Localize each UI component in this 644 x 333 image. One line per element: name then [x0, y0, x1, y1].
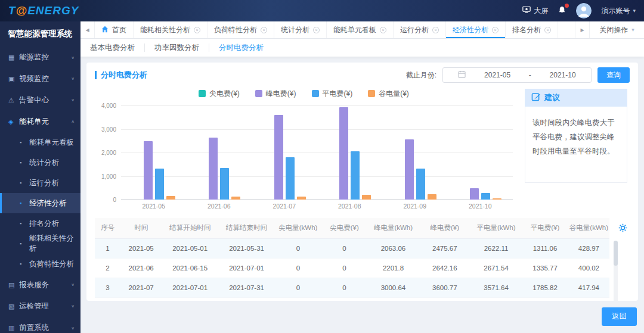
bar-group: [187, 105, 252, 200]
tab-6[interactable]: 经济性分析×: [446, 21, 506, 38]
legend-item[interactable]: 平电费(¥): [312, 89, 353, 99]
column-header[interactable]: 结算开始时间: [162, 218, 218, 238]
close-operations-dropdown[interactable]: 关闭操作 ▾: [589, 21, 644, 38]
big-screen-button[interactable]: 大屏: [522, 6, 548, 16]
gear-icon[interactable]: [618, 223, 627, 235]
table-scrollbar[interactable]: [614, 241, 618, 301]
close-icon[interactable]: ×: [194, 27, 200, 33]
tab-3[interactable]: 统计分析×: [274, 21, 327, 38]
column-header[interactable]: 谷电量(kWh): [568, 218, 609, 238]
chevron-down-icon: ∨: [71, 325, 75, 329]
table-row[interactable]: 42021-082021-08-012021-08-31003278.53933…: [95, 297, 609, 301]
submenu-bullet-icon: ▪: [20, 180, 29, 186]
table-cell: 1: [95, 238, 120, 258]
sidebar-item-1[interactable]: ▣视频监控∨: [0, 68, 80, 89]
column-header[interactable]: 序号: [95, 218, 120, 238]
column-header[interactable]: 峰电量(kWh): [367, 218, 419, 238]
tab-7[interactable]: 排名分析×: [506, 21, 558, 38]
back-button[interactable]: 返回: [602, 307, 637, 326]
chart-bar[interactable]: [155, 169, 164, 200]
chart-bar[interactable]: [362, 195, 371, 200]
chart-bar[interactable]: [405, 139, 414, 200]
sidebar-item-0[interactable]: ▦能源监控∨: [0, 46, 80, 68]
subtab-1[interactable]: 功率因数分析: [144, 43, 209, 52]
chart-bar[interactable]: [297, 197, 306, 200]
table-cell: 2201.8: [367, 258, 419, 278]
tab-1[interactable]: 能耗相关性分析×: [134, 21, 208, 38]
sidebar-subitem[interactable]: ▪经济性分析: [0, 193, 80, 213]
chart-bar[interactable]: [351, 151, 360, 200]
query-button[interactable]: 查询: [597, 67, 630, 83]
chart-bar[interactable]: [166, 196, 175, 200]
sidebar-subitem[interactable]: ▪负荷特性分析: [0, 254, 80, 274]
chart-bar[interactable]: [209, 138, 218, 200]
sidebar-item-6[interactable]: ▥前置系统∨: [0, 317, 80, 333]
sidebar-item-3[interactable]: ◈能耗单元∧: [0, 111, 80, 132]
scrollbar-thumb[interactable]: [614, 241, 618, 266]
column-header[interactable]: 峰电费(¥): [419, 218, 470, 238]
big-screen-label: 大屏: [534, 6, 548, 16]
sidebar-subitem[interactable]: ▪运行分析: [0, 173, 80, 193]
table-cell: 0: [321, 297, 368, 301]
submenu-bullet-icon: ▪: [20, 139, 29, 145]
column-header[interactable]: 结算结束时间: [218, 218, 275, 238]
table-cell: 2475.67: [419, 238, 470, 258]
sidebar-item-4[interactable]: ▤报表服务∨: [0, 274, 80, 295]
chart-bar[interactable]: [220, 168, 229, 200]
close-icon[interactable]: ×: [261, 27, 267, 33]
bar-group: [382, 105, 448, 200]
sidebar-menu: ▦能源监控∨▣视频监控∨⚠告警中心∨◈能耗单元∧▪能耗单元看板▪统计分析▪运行分…: [0, 46, 80, 333]
title-accent-bar: [95, 71, 97, 79]
x-tick-label: 2021-07: [252, 203, 317, 210]
account-menu[interactable]: 演示账号 ▾: [601, 6, 636, 16]
tab-5[interactable]: 运行分析×: [394, 21, 446, 38]
sidebar-subitem[interactable]: ▪统计分析: [0, 153, 80, 173]
chart-bar[interactable]: [493, 198, 501, 200]
sidebar-subitem[interactable]: ▪能耗相关性分析: [0, 234, 80, 254]
table-cell: 2021-05: [120, 238, 162, 258]
chart-bar[interactable]: [339, 107, 348, 200]
tabs-scroll-left-icon[interactable]: ◀: [80, 21, 95, 38]
sidebar-subitem[interactable]: ▪排名分析: [0, 213, 80, 234]
close-icon[interactable]: ×: [544, 27, 551, 33]
tab-4[interactable]: 能耗单元看板×: [327, 21, 394, 38]
table-cell: 4: [95, 297, 120, 301]
sidebar-item-5[interactable]: ▧运检管理∨: [0, 295, 80, 317]
chart-bar[interactable]: [428, 194, 436, 200]
sidebar-item-2[interactable]: ⚠告警中心∨: [0, 89, 80, 111]
chart-bar[interactable]: [470, 188, 479, 200]
table-row[interactable]: 22021-062021-06-152021-07-01002201.82642…: [95, 258, 609, 278]
tab-0[interactable]: 首页: [95, 21, 134, 38]
close-icon[interactable]: ×: [380, 27, 386, 33]
screen-icon: [522, 6, 531, 15]
chart-bar[interactable]: [144, 141, 153, 200]
notifications-button[interactable]: [558, 5, 566, 16]
chart-bar[interactable]: [274, 115, 283, 200]
table-row[interactable]: 12021-052021-05-012021-05-31002063.06247…: [95, 238, 609, 258]
subtab-2[interactable]: 分时电费分析: [209, 43, 273, 52]
date-range-input[interactable]: 2021-05 - 2021-10: [442, 67, 592, 83]
chart-bar[interactable]: [416, 169, 425, 200]
legend-item[interactable]: 谷电量(¥): [368, 89, 409, 99]
legend-item[interactable]: 尖电费(¥): [199, 89, 240, 99]
chart-bar[interactable]: [481, 193, 490, 200]
column-header[interactable]: 平电费(¥): [522, 218, 568, 238]
subtab-0[interactable]: 基本电费分析: [80, 43, 144, 52]
legend-item[interactable]: 峰电费(¥): [255, 89, 296, 99]
chart-bar[interactable]: [286, 157, 295, 200]
table-cell: 2021-05-31: [218, 238, 275, 258]
close-icon[interactable]: ×: [492, 27, 499, 33]
tabs-scroll-right-icon[interactable]: ▶: [575, 21, 589, 38]
column-header[interactable]: 尖电费(¥): [321, 218, 368, 238]
table-row[interactable]: 32021-072021-07-012021-07-31003000.64360…: [95, 278, 609, 297]
close-icon[interactable]: ×: [313, 27, 320, 33]
tab-2[interactable]: 负荷特性分析×: [208, 21, 274, 38]
avatar[interactable]: [576, 3, 592, 18]
close-icon[interactable]: ×: [432, 27, 439, 33]
column-header[interactable]: 尖电量(kWh): [275, 218, 321, 238]
submenu-bullet-icon: ▪: [20, 241, 29, 247]
column-header[interactable]: 平电量(kWh): [470, 218, 522, 238]
column-header[interactable]: 时间: [120, 218, 162, 238]
chart-bar[interactable]: [231, 197, 240, 200]
sidebar-subitem[interactable]: ▪能耗单元看板: [0, 132, 80, 153]
